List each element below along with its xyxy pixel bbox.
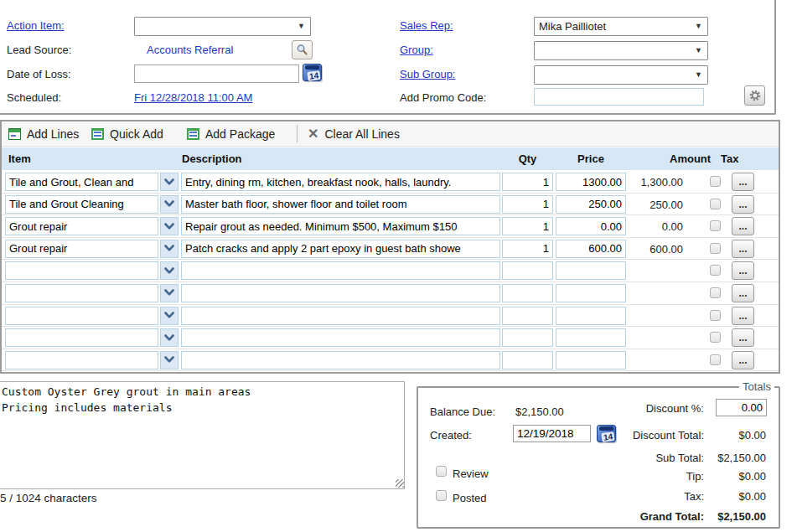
row-options-button[interactable]: ... — [732, 217, 754, 235]
action-item-link[interactable]: Action Item: — [7, 19, 65, 32]
description-input[interactable] — [181, 328, 500, 347]
description-input[interactable] — [181, 261, 500, 280]
notes-textarea[interactable]: Custom Oyster Grey grout in main areas P… — [0, 381, 405, 489]
promo-settings-button[interactable] — [744, 85, 765, 106]
tax-checkbox[interactable] — [710, 287, 721, 298]
qty-input[interactable] — [502, 240, 553, 258]
item-select-input[interactable] — [5, 328, 158, 347]
table-row: ... — [2, 282, 779, 305]
sub-group-link[interactable]: Sub Group: — [400, 68, 456, 80]
description-input[interactable] — [181, 351, 500, 369]
item-select-input[interactable] — [5, 261, 158, 280]
description-input[interactable] — [181, 217, 500, 235]
qty-input[interactable] — [502, 328, 553, 347]
tax-checkbox[interactable] — [710, 332, 721, 343]
posted-checkbox[interactable] — [436, 490, 447, 501]
row-options-button[interactable]: ... — [732, 261, 754, 280]
qty-input[interactable] — [502, 261, 553, 280]
item-dropdown-button[interactable] — [160, 284, 179, 302]
item-dropdown-button[interactable] — [160, 328, 179, 347]
row-options-button[interactable]: ... — [732, 240, 754, 258]
amount-value: 0.00 — [612, 220, 683, 233]
tax-checkbox[interactable] — [710, 176, 721, 187]
calendar-top-band — [305, 65, 319, 70]
quick-add-button[interactable]: Quick Add — [91, 126, 163, 142]
sales-rep-select[interactable]: Mika Pailliotet ▼ — [534, 17, 708, 36]
action-item-select[interactable]: ▼ — [134, 17, 311, 36]
description-input[interactable] — [181, 240, 500, 258]
description-input[interactable] — [181, 195, 500, 214]
row-options-button[interactable]: ... — [732, 173, 754, 191]
tax-checkbox[interactable] — [710, 199, 721, 209]
line-items-section: Add Lines Quick Add Add Package ✕ Clear … — [0, 120, 780, 374]
tax-checkbox[interactable] — [710, 354, 721, 365]
group-select[interactable]: ▼ — [534, 41, 708, 60]
item-select-input[interactable] — [5, 351, 158, 369]
col-header-amount: Amount — [670, 152, 711, 165]
quick-add-label: Quick Add — [110, 127, 163, 141]
lead-source-search-button[interactable] — [292, 40, 313, 59]
qty-input[interactable] — [502, 284, 553, 302]
row-options-button[interactable]: ... — [732, 284, 754, 302]
qty-input[interactable] — [502, 351, 553, 369]
tax-checkbox[interactable] — [710, 243, 721, 254]
table-row: 600.00 ... — [2, 238, 779, 261]
row-options-button[interactable]: ... — [732, 195, 754, 214]
tax-checkbox[interactable] — [710, 265, 721, 276]
item-select-input[interactable] — [5, 173, 158, 191]
group-link[interactable]: Group: — [400, 44, 433, 56]
item-dropdown-button[interactable] — [160, 261, 179, 280]
qty-input[interactable] — [502, 173, 553, 191]
sub-total-label: Sub Total: — [565, 452, 704, 464]
item-dropdown-button[interactable] — [160, 307, 179, 325]
tax-checkbox[interactable] — [710, 310, 721, 321]
qty-input[interactable] — [502, 307, 553, 325]
date-of-loss-input[interactable] — [134, 65, 299, 83]
row-options-button[interactable]: ... — [732, 328, 754, 347]
col-header-item: Item — [8, 152, 31, 165]
row-options-button[interactable]: ... — [732, 307, 754, 325]
item-dropdown-button[interactable] — [160, 351, 179, 369]
invoice-screen: Miscellaneous Information Action Item: ▼… — [0, 0, 797, 532]
promo-code-input[interactable] — [534, 88, 704, 106]
description-input[interactable] — [181, 173, 500, 191]
item-select-input[interactable] — [5, 284, 158, 302]
discount-pct-input[interactable] — [716, 399, 767, 416]
description-input[interactable] — [181, 284, 500, 302]
grand-total-label: Grand Total: — [548, 510, 704, 523]
qty-input[interactable] — [502, 217, 553, 235]
table-row: ... — [2, 305, 779, 328]
price-input[interactable] — [556, 261, 626, 280]
item-select-input[interactable] — [5, 240, 158, 258]
tip-label: Tip: — [565, 470, 704, 483]
description-input[interactable] — [181, 307, 500, 325]
col-header-tax: Tax — [721, 152, 738, 165]
price-input[interactable] — [556, 284, 626, 302]
clear-all-lines-button[interactable]: ✕ Clear All Lines — [308, 126, 400, 142]
item-dropdown-button[interactable] — [160, 195, 179, 214]
textarea-resize-handle[interactable] — [396, 479, 404, 488]
item-select-input[interactable] — [5, 195, 158, 214]
table-row: 250.00 ... — [2, 194, 779, 216]
price-input[interactable] — [556, 328, 626, 347]
scheduled-date-link[interactable]: Fri 12/28/2018 11:00 AM — [134, 91, 252, 104]
item-dropdown-button[interactable] — [160, 217, 179, 235]
review-checkbox[interactable] — [436, 466, 447, 477]
row-options-button[interactable]: ... — [732, 351, 754, 369]
sub-group-select[interactable]: ▼ — [534, 65, 708, 85]
item-dropdown-button[interactable] — [160, 240, 179, 258]
qty-input[interactable] — [502, 195, 553, 214]
sales-rep-link[interactable]: Sales Rep: — [400, 19, 453, 32]
price-input[interactable] — [556, 351, 626, 369]
date-of-loss-calendar-icon[interactable]: 14 — [303, 64, 322, 81]
add-package-button[interactable]: Add Package — [187, 126, 275, 142]
item-select-input[interactable] — [5, 307, 158, 325]
table-row: 1,300.00 ... — [2, 171, 779, 194]
clear-x-icon: ✕ — [308, 127, 318, 141]
price-input[interactable] — [556, 307, 626, 325]
tax-checkbox[interactable] — [710, 220, 721, 231]
item-select-input[interactable] — [5, 217, 158, 235]
lead-source-value-link[interactable]: Accounts Referral — [147, 44, 233, 56]
add-lines-button[interactable]: Add Lines — [8, 126, 79, 142]
item-dropdown-button[interactable] — [160, 173, 179, 191]
